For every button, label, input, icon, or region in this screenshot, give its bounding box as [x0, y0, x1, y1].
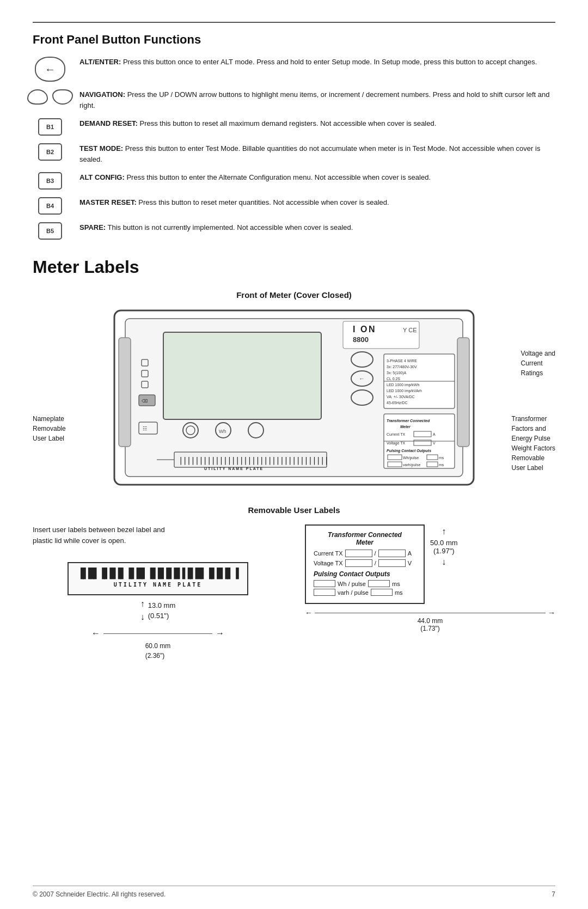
navigation-desc: NAVIGATION: Press the UP / DOWN arrow bu… — [79, 89, 555, 111]
callout-transformer: TransformerFactors andEnergy PulseWeight… — [512, 414, 555, 473]
svg-text:3-PHASE 4 WIRE: 3-PHASE 4 WIRE — [387, 359, 417, 363]
svg-text:ms: ms — [439, 463, 444, 467]
svg-text:Current TX: Current TX — [387, 432, 405, 436]
svg-text:Wh/pulse: Wh/pulse — [403, 456, 419, 460]
b5-icon: B5 — [38, 222, 62, 240]
navigation-icon-container — [33, 89, 68, 105]
b3-label: ALT CONFIG: — [79, 173, 125, 181]
svg-text:LED 1000 imp/kWh: LED 1000 imp/kWh — [387, 383, 419, 387]
b3-icon: B3 — [38, 172, 62, 190]
section2-title: Meter Labels — [33, 257, 555, 277]
nameplate-width-dim: ← → — [91, 627, 224, 640]
pulsing-title: Pulsing Contact Outputs — [314, 570, 416, 578]
voltage-tx-slash: / — [375, 560, 376, 566]
callout-voltage-text: Voltage andCurrentRatings — [521, 350, 555, 377]
b1-icon: B1 — [38, 118, 62, 136]
button-row-b2: B2 TEST MODE: Press this button to enter… — [33, 143, 555, 164]
svg-text:Pulsing Contact Outputs: Pulsing Contact Outputs — [387, 449, 431, 453]
pulse-ms-2 — [371, 589, 393, 596]
b1-desc: DEMAND RESET: Press this button to reset… — [79, 118, 555, 129]
nameplate-barcode: ▐▌█▌▐▌█▐▌▐▌█▌▐▌█▐▌█▐▐▌█▌▐▌█▐▌▐ — [77, 569, 238, 578]
alt-enter-icon: ← — [35, 57, 65, 82]
current-tx-label: Current TX — [314, 550, 343, 557]
svg-text:45-65Hz/DC: 45-65Hz/DC — [387, 401, 408, 405]
transformer-dim-h-in: (1.97") — [433, 547, 455, 555]
pulse-row-1: Wh / pulse ms — [314, 580, 416, 587]
b2-desc: TEST MODE: Press this button to enter Te… — [79, 143, 555, 164]
callout-nameplate: NameplateRemovableUser Label — [33, 414, 66, 443]
voltage-tx-row: Voltage TX / V — [314, 559, 416, 567]
svg-text:Y  CE: Y CE — [403, 327, 416, 333]
removable-labels-title: Removable User Labels — [33, 505, 555, 515]
callout-nameplate-text: NameplateRemovableUser Label — [33, 415, 66, 442]
svg-text:UTILITY NAME PLATE: UTILITY NAME PLATE — [204, 467, 264, 471]
current-tx-input2 — [378, 550, 406, 557]
button-row-b1: B1 DEMAND RESET: Press this button to re… — [33, 118, 555, 136]
b2-text: Press this button to enter Test Mode. Bi… — [79, 144, 540, 163]
nameplate-dim-h-in: (0.51") — [148, 612, 169, 620]
button-row-b4: B4 MASTER RESET: Press this button to re… — [33, 197, 555, 215]
b4-text: Press this button to reset meter quantit… — [138, 198, 389, 206]
pulse-unit-1: ms — [392, 581, 400, 587]
footer-page: 7 — [552, 890, 555, 898]
b4-desc: MASTER RESET: Press this button to reset… — [79, 197, 555, 208]
transformer-dim-h: 50.0 mm — [430, 539, 458, 547]
nameplate-height-dim: ↑ ↓ 13.0 mm (0.51") — [140, 597, 176, 624]
svg-rect-2 — [119, 338, 131, 447]
svg-text:Transformer Connected: Transformer Connected — [387, 419, 430, 423]
svg-text:CL 0.2S: CL 0.2S — [387, 377, 400, 381]
button-functions-list: ← ALT/ENTER: Press this button once to e… — [33, 57, 555, 240]
transformer-width-dim: ← → 44.0 mm (1.73") — [305, 608, 555, 632]
b1-label: DEMAND RESET: — [79, 119, 138, 127]
meter-diagram-svg: I O N 8800 Y CE ← ⌫ — [109, 305, 479, 490]
pulse-ms-1 — [368, 580, 390, 587]
pulse-row-2: varh / pulse ms — [314, 589, 416, 596]
pulse-input-1 — [314, 580, 335, 587]
svg-text:Meter: Meter — [400, 425, 411, 429]
callout-voltage: Voltage andCurrentRatings — [521, 349, 555, 378]
voltage-tx-input2 — [378, 559, 406, 567]
nameplate-text-label: UTILITY NAME PLATE — [77, 581, 238, 589]
svg-text:ms: ms — [439, 456, 444, 460]
top-rule — [33, 22, 555, 23]
meter-diagram-area: NameplateRemovableUser Label Voltage and… — [33, 305, 555, 490]
transformer-height-dim: ↑ 50.0 mm (1.97") ↓ — [430, 524, 458, 569]
alt-enter-desc: ALT/ENTER: Press this button once to ent… — [79, 57, 555, 68]
nameplate-width-label: 60.0 mm (2.36") — [145, 641, 171, 661]
b4-icon: B4 — [38, 197, 62, 215]
transformer-title: Transformer Connected Meter — [314, 531, 416, 546]
svg-text:varh/pulse: varh/pulse — [403, 463, 420, 467]
navigation-text: Press the UP / DOWN arrow buttons to hig… — [79, 90, 549, 109]
transformer-width-label: 44.0 mm (1.73") — [305, 617, 555, 632]
b2-label: TEST MODE: — [79, 144, 123, 152]
nameplate-illustration: ▐▌█▌▐▌█▐▌▐▌█▌▐▌█▐▌█▐▐▌█▌▐▌█▐▌▐ UTILITY N… — [33, 562, 283, 661]
removable-left-col: Insert user labels between bezel label a… — [33, 524, 283, 661]
b3-text: Press this button to enter the Alternate… — [126, 173, 431, 181]
b3-icon-container: B3 — [33, 172, 68, 190]
pulse-input-2 — [314, 589, 335, 596]
svg-text:Wh: Wh — [219, 429, 226, 434]
b5-text: This button is not currently implemented… — [108, 223, 353, 231]
alt-enter-icon-container: ← — [33, 57, 68, 82]
current-tx-slash: / — [375, 550, 376, 557]
nameplate-box: ▐▌█▌▐▌█▐▌▐▌█▌▐▌█▐▌█▐▐▌█▌▐▌█▐▌▐ UTILITY N… — [68, 562, 248, 595]
svg-text:←: ← — [359, 375, 365, 382]
svg-rect-4 — [163, 332, 321, 419]
svg-text:VA: +/- 30VA/DC: VA: +/- 30VA/DC — [387, 395, 415, 399]
b2-icon: B2 — [38, 143, 62, 161]
nav-up-icon — [27, 89, 48, 105]
section1-title: Front Panel Button Functions — [33, 33, 555, 47]
button-row-b3: B3 ALT CONFIG: Press this button to ente… — [33, 172, 555, 190]
svg-text:O: O — [360, 325, 367, 334]
voltage-tx-input — [345, 559, 372, 567]
current-unit: A — [408, 550, 412, 557]
footer-copyright: © 2007 Schneider Electric. All rights re… — [33, 890, 166, 898]
svg-text:3x: 277/480V-30V: 3x: 277/480V-30V — [387, 365, 417, 369]
button-row-navigation: NAVIGATION: Press the UP / DOWN arrow bu… — [33, 89, 555, 111]
b1-text: Press this button to reset all maximum d… — [140, 119, 437, 127]
navigation-icons — [27, 89, 73, 105]
navigation-label: NAVIGATION: — [79, 90, 125, 99]
nameplate-dim-h: 13.0 mm — [148, 601, 176, 609]
svg-rect-3 — [457, 338, 469, 447]
nav-down-icon — [52, 89, 73, 105]
